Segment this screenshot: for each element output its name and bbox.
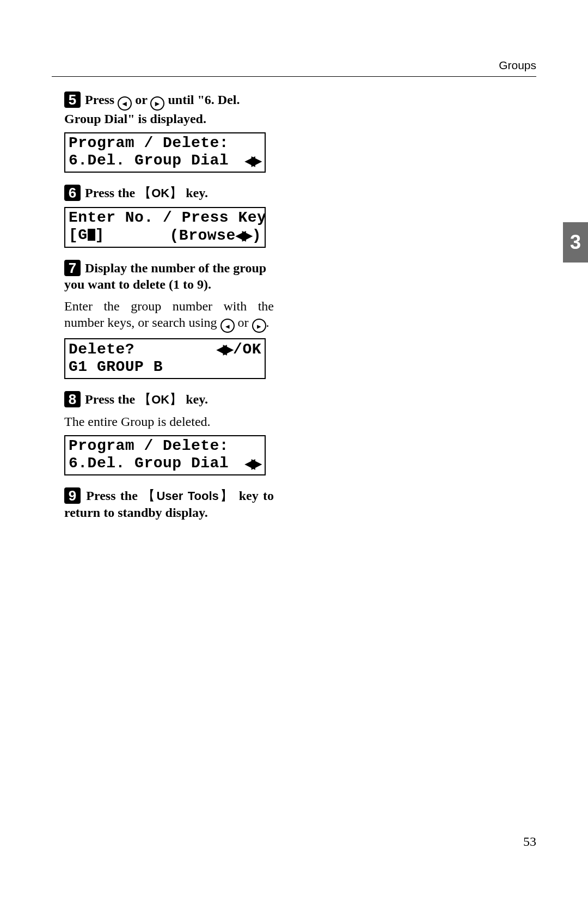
ok-key: OK [138, 393, 182, 406]
lcd-line: Enter No. / Press Key [69, 209, 266, 227]
step-6: 6 Press the OK key. Enter No. / Press Ke… [64, 185, 274, 248]
lcd-line: 6.Del. Group Dial [69, 455, 229, 472]
ok-key: OK [138, 186, 182, 200]
left-arrow-icon: ◂ [220, 319, 235, 333]
text-fragment: key. [182, 186, 208, 200]
left-arrow-icon: ◂ [118, 96, 132, 111]
lcd-line: Delete? [69, 341, 134, 358]
lr-arrow-icon: ◀▶ [217, 341, 233, 356]
lcd-line: G1 GROUP B [69, 358, 163, 376]
lr-arrow-icon: ◀▶ [245, 152, 261, 169]
text-fragment: Press [85, 93, 118, 107]
lcd-line: ◀▶/OK [217, 340, 261, 358]
text-fragment: Press the [85, 186, 138, 200]
text-fragment: ] [95, 227, 105, 243]
step-text: Press the OK key. [85, 392, 208, 406]
user-tools-key: User Tools [142, 489, 234, 503]
text-fragment: /OK [233, 341, 261, 358]
cursor-block-icon [88, 229, 95, 241]
step-8: 8 Press the OK key. The entire Group is … [64, 391, 274, 475]
step-number-badge: 7 [64, 260, 81, 276]
step-body: The entire Group is deleted. [64, 413, 274, 430]
step-text: Display the number of the group you want… [64, 261, 266, 291]
right-arrow-icon: ▸ [252, 319, 266, 333]
text-fragment: Press the [85, 392, 138, 406]
lr-arrow-icon: ◀▶ [245, 455, 261, 472]
text-fragment: or [235, 315, 252, 330]
text-fragment: or [132, 93, 150, 107]
step-body: Enter the group number with the number k… [64, 298, 274, 333]
page-number: 53 [523, 834, 536, 849]
lr-arrow-icon: ◀▶ [236, 228, 252, 242]
right-arrow-icon: ▸ [150, 96, 164, 111]
lcd-line: 6.Del. Group Dial [69, 152, 229, 169]
lcd-display-2: Enter No. / Press Key [G] (Browse◀▶) [64, 207, 266, 248]
lcd-display-1: Program / Delete: 6.Del. Group Dial ◀▶ [64, 132, 266, 173]
text-fragment: [G [69, 227, 88, 243]
content-column: 5 Press ◂ or ▸ until "6. Del. Group Dial… [64, 91, 274, 521]
step-number-badge: 8 [64, 391, 81, 407]
text-fragment: (Browse [170, 227, 236, 244]
step-number-badge: 5 [64, 91, 81, 108]
step-5: 5 Press ◂ or ▸ until "6. Del. Group Dial… [64, 91, 274, 173]
step-text: Press the User Tools key to return to st… [64, 489, 274, 520]
step-9: 9 Press the User Tools key to return to … [64, 487, 274, 521]
header-rule [52, 76, 536, 77]
text-fragment: Press the [86, 489, 142, 503]
lcd-line: Program / Delete: [69, 437, 229, 455]
step-text: Press ◂ or ▸ until "6. Del. Group Dial" … [64, 93, 240, 126]
lcd-line: (Browse◀▶) [170, 227, 261, 245]
step-7: 7 Display the number of the group you wa… [64, 260, 274, 380]
lcd-line: Program / Delete: [69, 135, 229, 152]
lcd-line: [G] [69, 227, 105, 244]
chapter-tab: 3 [563, 222, 588, 263]
manual-page: Groups 3 5 Press ◂ or ▸ until "6. Del. G… [0, 0, 588, 909]
step-text: Press the OK key. [85, 186, 208, 200]
text-fragment: . [266, 315, 270, 330]
lcd-display-4: Program / Delete: 6.Del. Group Dial ◀▶ [64, 435, 266, 475]
step-number-badge: 6 [64, 185, 81, 201]
text-fragment: ) [252, 227, 261, 244]
text-fragment: key. [182, 392, 208, 406]
step-number-badge: 9 [64, 487, 81, 504]
lcd-display-3: Delete? ◀▶/OK G1 GROUP B [64, 338, 266, 379]
running-header: Groups [499, 59, 536, 72]
